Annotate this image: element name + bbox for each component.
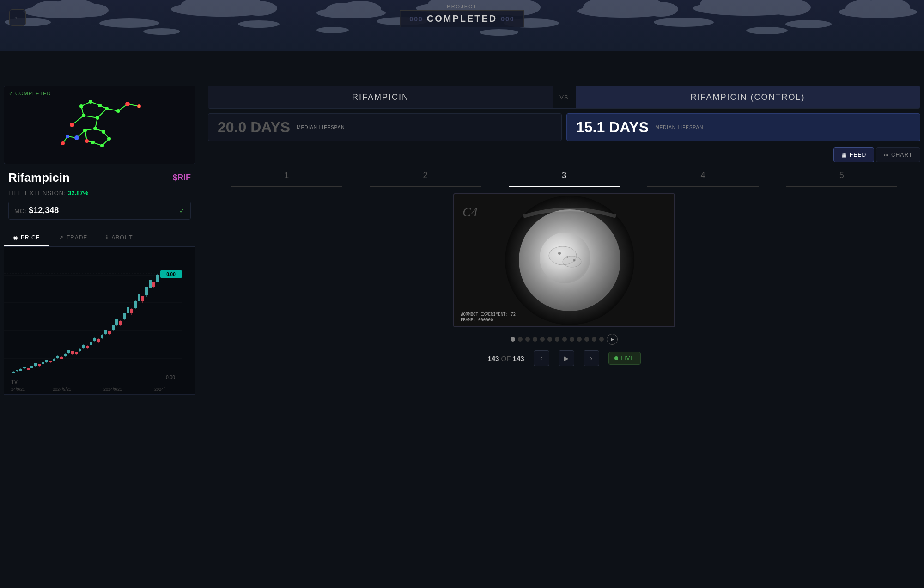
dot-7[interactable] — [555, 337, 559, 342]
svg-rect-91 — [23, 367, 26, 368]
svg-point-73 — [83, 129, 87, 132]
dot-8[interactable] — [562, 337, 567, 342]
num-tab-5-label: 5 — [839, 171, 844, 180]
num-tab-3-label: 3 — [562, 171, 566, 180]
svg-rect-135 — [104, 330, 107, 334]
num-tab-2[interactable]: 2 — [356, 166, 494, 187]
dot-10[interactable] — [577, 337, 582, 342]
lifespan-a-label: MEDIAN LIFESPAN — [297, 125, 345, 130]
svg-point-178 — [558, 252, 561, 255]
chart-toggle-btn[interactable]: ▪▪ CHART — [876, 147, 920, 162]
svg-point-32 — [785, 20, 832, 28]
svg-point-61 — [61, 141, 65, 145]
drug-ticker: $RIF — [173, 173, 191, 183]
num-tab-4-label: 4 — [700, 171, 705, 180]
left-panel: ✓ COMPLETED — [4, 86, 195, 395]
svg-rect-159 — [149, 280, 152, 288]
molecule-card: ✓ COMPLETED — [4, 86, 195, 164]
svg-rect-133 — [101, 335, 103, 338]
dot-4[interactable] — [533, 337, 537, 342]
svg-point-7 — [240, 1, 277, 16]
num-tab-1[interactable]: 1 — [217, 166, 356, 187]
mc-value: $12,348 — [29, 206, 59, 215]
tab-about-label: ABOUT — [111, 234, 133, 241]
svg-rect-163 — [156, 275, 159, 282]
svg-point-10 — [340, 1, 381, 18]
svg-text:0.00: 0.00 — [166, 375, 175, 380]
drug-info: Rifampicin $RIF LIFE EXTENSION: 32.87% M… — [4, 164, 195, 224]
dots-right: 000 — [501, 15, 514, 23]
dot-9[interactable] — [570, 337, 574, 342]
next-frame-button[interactable]: › — [584, 350, 599, 366]
svg-rect-107 — [53, 359, 55, 361]
dot-2[interactable] — [518, 337, 523, 342]
svg-rect-87 — [16, 370, 18, 371]
num-tab-2-label: 2 — [423, 171, 428, 180]
mc-label: MC: — [14, 208, 27, 214]
svg-point-34 — [316, 27, 349, 33]
num-tab-3[interactable]: 3 — [495, 166, 633, 187]
dot-6[interactable] — [547, 337, 552, 342]
svg-rect-143 — [119, 321, 122, 325]
total-frames: 143 — [513, 355, 524, 362]
svg-point-63 — [74, 135, 79, 140]
tab-price[interactable]: ◉ PRICE — [4, 230, 49, 246]
tab-trade[interactable]: ↗ TRADE — [49, 230, 97, 246]
svg-point-76 — [100, 144, 104, 147]
chart-label: CHART — [891, 152, 912, 158]
dot-11[interactable] — [584, 337, 589, 342]
svg-rect-145 — [123, 313, 126, 319]
compound-a-label: RIFAMPICIN — [208, 86, 553, 108]
svg-point-177 — [563, 256, 581, 267]
tab-about[interactable]: ℹ ABOUT — [97, 230, 142, 246]
prev-frame-button[interactable]: ‹ — [534, 350, 549, 366]
svg-rect-147 — [127, 307, 129, 313]
dot-13[interactable] — [599, 337, 604, 342]
dot-12[interactable] — [592, 337, 596, 342]
svg-point-67 — [105, 107, 109, 110]
dot-3[interactable] — [525, 337, 530, 342]
svg-text:WORMBOT EXPERIMENT: 72: WORMBOT EXPERIMENT: 72 — [461, 312, 516, 317]
svg-rect-151 — [134, 301, 137, 308]
svg-rect-131 — [97, 339, 100, 342]
svg-rect-89 — [19, 369, 22, 371]
dot-5[interactable] — [540, 337, 545, 342]
svg-rect-105 — [49, 361, 52, 362]
play-pause-button[interactable]: ▶ — [559, 350, 574, 366]
feed-image: C4 WORMBOT EXPERIMENT: 72 FRAME: 000000 — [453, 193, 675, 327]
svg-text:2024/: 2024/ — [154, 387, 165, 392]
svg-point-33 — [143, 28, 180, 35]
right-panel: RIFAMPICIN VS RIFAMPICIN (CONTROL) 20.0 … — [208, 86, 920, 366]
num-tab-4[interactable]: 4 — [633, 166, 772, 187]
dot-1[interactable] — [511, 337, 515, 342]
svg-point-74 — [102, 130, 105, 134]
svg-point-64 — [66, 135, 69, 138]
price-chart-container: 0.00 0.00 TV 24/9/21 2024/9/21 2024/9/21… — [4, 247, 195, 395]
frame-info: 143 OF 143 — [487, 355, 524, 362]
trade-icon: ↗ — [59, 234, 64, 241]
back-button[interactable]: ← — [9, 9, 26, 26]
vs-comparison-header: RIFAMPICIN VS RIFAMPICIN (CONTROL) — [208, 86, 920, 109]
dots-left: 000 — [409, 15, 423, 23]
frame-navigation: 143 OF 143 ‹ ▶ › LIVE — [453, 350, 675, 366]
svg-point-27 — [99, 18, 159, 28]
svg-rect-117 — [71, 351, 74, 354]
project-label: PROJECT — [400, 4, 524, 9]
feed-container: C4 WORMBOT EXPERIMENT: 72 FRAME: 000000 — [453, 193, 675, 366]
tab-row: ◉ PRICE ↗ TRADE ℹ ABOUT — [4, 230, 195, 247]
svg-point-69 — [79, 104, 83, 108]
pagination-dots: ▶ — [453, 334, 675, 345]
svg-text:FRAME: 000000: FRAME: 000000 — [461, 318, 493, 322]
svg-rect-149 — [130, 309, 133, 313]
tab-trade-label: TRADE — [67, 234, 88, 241]
svg-rect-115 — [67, 350, 70, 353]
feed-toggle-btn[interactable]: ▦ FEED — [833, 147, 874, 162]
play-button-dots[interactable]: ▶ — [607, 334, 618, 345]
num-tab-1-label: 1 — [284, 171, 289, 180]
worm-microscope-svg: C4 WORMBOT EXPERIMENT: 72 FRAME: 000000 — [454, 193, 674, 327]
current-frame: 143 — [487, 355, 499, 362]
back-arrow-icon: ← — [14, 13, 21, 22]
svg-rect-95 — [30, 366, 33, 368]
num-tab-5[interactable]: 5 — [772, 166, 911, 187]
price-icon: ◉ — [13, 234, 18, 241]
